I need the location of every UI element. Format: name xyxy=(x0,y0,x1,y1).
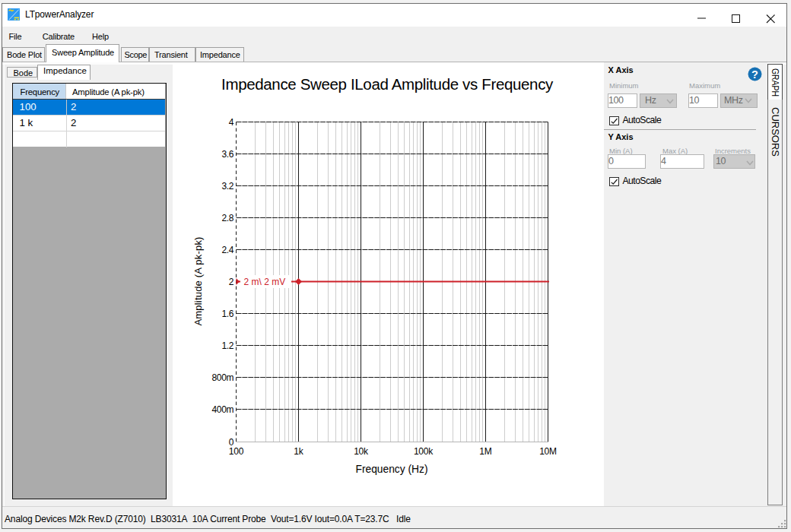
svg-text:4: 4 xyxy=(229,117,234,128)
svg-text:3.6: 3.6 xyxy=(222,149,234,160)
svg-text:1k: 1k xyxy=(294,446,303,457)
svg-text:2.8: 2.8 xyxy=(222,213,234,223)
svg-text:Amplitude (A pk-pk): Amplitude (A pk-pk) xyxy=(192,236,204,325)
svg-text:3.2: 3.2 xyxy=(222,181,234,192)
svg-text:Impedance Sweep ILoad Amplitud: Impedance Sweep ILoad Amplitude vs Frequ… xyxy=(221,75,554,93)
svg-text:800m: 800m xyxy=(212,372,234,383)
svg-text:1.6: 1.6 xyxy=(222,309,234,319)
svg-text:?: ? xyxy=(751,68,758,81)
svg-text:2 m\ 2 mV: 2 m\ 2 mV xyxy=(244,277,286,287)
svg-text:2: 2 xyxy=(229,277,234,287)
svg-text:10k: 10k xyxy=(354,446,369,457)
svg-text:10M: 10M xyxy=(539,446,557,457)
svg-text:1M: 1M xyxy=(479,446,491,457)
svg-text:2.4: 2.4 xyxy=(222,245,234,255)
svg-text:100k: 100k xyxy=(414,446,434,457)
svg-text:1.2: 1.2 xyxy=(222,340,234,351)
svg-text:Frequency (Hz): Frequency (Hz) xyxy=(355,464,427,475)
svg-text:100: 100 xyxy=(229,446,244,457)
svg-text:400m: 400m xyxy=(212,404,234,415)
